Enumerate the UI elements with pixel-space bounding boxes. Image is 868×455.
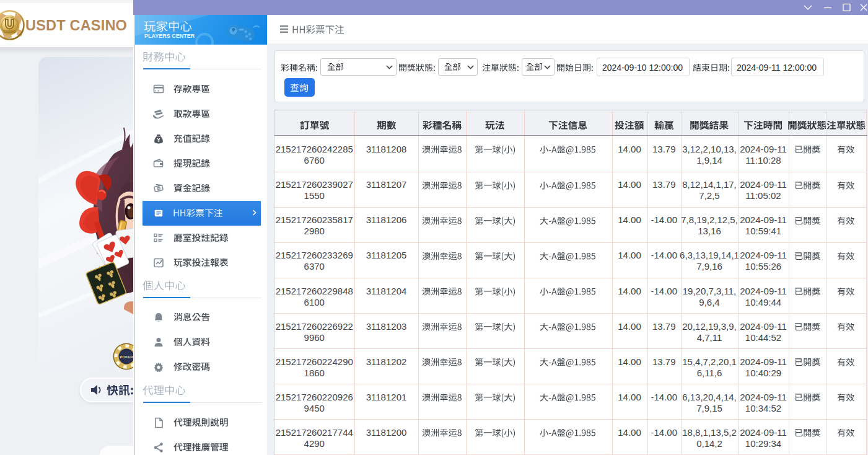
svg-text:CASINO: CASINO — [4, 30, 16, 33]
svg-text:POKER: POKER — [120, 355, 133, 359]
